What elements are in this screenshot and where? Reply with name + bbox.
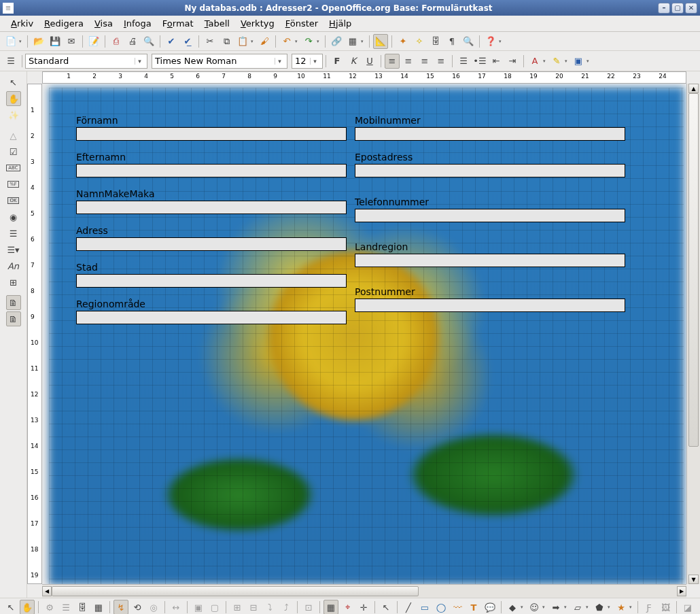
- edit-doc-icon[interactable]: 📝: [86, 34, 101, 49]
- menu-hjalp[interactable]: Hjälp: [323, 17, 357, 30]
- input-efternamn[interactable]: [76, 164, 347, 177]
- label-postnummer[interactable]: Postnummer: [355, 286, 415, 297]
- email-icon[interactable]: ✉: [64, 34, 79, 49]
- alignment-icon[interactable]: ⊡: [301, 600, 316, 614]
- label-control-icon[interactable]: △: [6, 128, 21, 143]
- draw-select-icon[interactable]: ↖: [379, 600, 393, 614]
- gallery-icon[interactable]: ✧: [412, 34, 427, 49]
- menu-fonster[interactable]: Fönster: [280, 17, 323, 30]
- extrusion-icon[interactable]: ◪: [680, 600, 695, 614]
- listbox-control-icon[interactable]: ☰: [6, 226, 21, 241]
- input-adress[interactable]: [76, 237, 347, 251]
- scroll-right-icon[interactable]: ▶: [677, 586, 686, 596]
- menu-tabell[interactable]: Tabell: [199, 17, 235, 30]
- maximize-button[interactable]: ▢: [671, 3, 684, 14]
- label-efternamn[interactable]: Efternamn: [76, 152, 126, 163]
- page[interactable]: FörnamnEfternamnNamnMakeMakaAdressStadRe…: [42, 84, 686, 584]
- select-tool-icon[interactable]: ↖: [3, 600, 18, 614]
- text-draw-icon[interactable]: T: [466, 600, 481, 614]
- label-epostadress[interactable]: Epostadress: [355, 152, 413, 163]
- hyperlink-icon[interactable]: 🔗: [329, 34, 344, 49]
- background-color-icon[interactable]: ▣: [571, 54, 586, 69]
- align-center-icon[interactable]: ≡: [401, 54, 416, 69]
- form-more-icon[interactable]: ⊞: [6, 275, 21, 290]
- callout-shapes-icon[interactable]: ⬟: [592, 600, 607, 614]
- undo-icon[interactable]: ↶: [279, 34, 294, 49]
- form-design-icon[interactable]: 🗎: [6, 295, 21, 310]
- rectangle-draw-icon[interactable]: ▭: [417, 600, 432, 614]
- spellcheck-icon[interactable]: ✔: [164, 34, 179, 49]
- design-mode-icon[interactable]: ✋: [6, 91, 21, 106]
- form-design-toggle-icon[interactable]: 📐: [373, 34, 388, 49]
- help-icon[interactable]: ❓: [483, 34, 498, 49]
- exit-group-icon[interactable]: ⤴: [279, 600, 294, 614]
- zoom-icon[interactable]: 🔍: [461, 34, 476, 49]
- scroll-thumb[interactable]: [52, 586, 419, 596]
- combobox-control-icon[interactable]: ☰▾: [6, 242, 21, 257]
- redo-icon[interactable]: ↷: [301, 34, 316, 49]
- input-telefonnummer[interactable]: [355, 209, 625, 222]
- format-paintbrush-icon[interactable]: 🖌: [257, 34, 272, 49]
- print-icon[interactable]: 🖨: [125, 34, 140, 49]
- control-properties-icon[interactable]: ⚙: [42, 600, 57, 614]
- label-adress[interactable]: Adress: [76, 225, 108, 236]
- styles-window-icon[interactable]: ☰: [3, 54, 18, 69]
- basic-shapes-icon[interactable]: ◆: [505, 600, 520, 614]
- label-telefonnummer[interactable]: Telefonnummer: [355, 197, 429, 207]
- input-namnmakemaka[interactable]: [76, 201, 347, 214]
- formatted-field-icon[interactable]: %F: [6, 177, 21, 192]
- menu-redigera[interactable]: Redigera: [39, 17, 89, 30]
- label-namnmakemaka[interactable]: NamnMakeMaka: [76, 188, 155, 199]
- paste-icon[interactable]: 📋: [235, 34, 250, 49]
- navigator-icon[interactable]: ✦: [396, 34, 410, 49]
- form-navigator-icon[interactable]: 🗎: [6, 311, 21, 326]
- option-button-icon[interactable]: ◉: [6, 209, 21, 224]
- auto-focus-icon[interactable]: ◎: [146, 600, 161, 614]
- snap-grid-icon[interactable]: ⌖: [340, 600, 355, 614]
- paragraph-style-combo[interactable]: Standard ▾: [25, 54, 147, 69]
- freeform-draw-icon[interactable]: 〰: [450, 600, 465, 614]
- align-justify-icon[interactable]: ≡: [434, 54, 449, 69]
- horizontal-ruler[interactable]: 123456789101112131415161718192021222324: [42, 71, 686, 84]
- scroll-thumb[interactable]: [688, 93, 699, 447]
- auto-spellcheck-icon[interactable]: ✔̲: [180, 34, 195, 49]
- data-sources-icon[interactable]: 🗄: [428, 34, 443, 49]
- menu-visa[interactable]: Visa: [89, 17, 118, 30]
- vertical-ruler[interactable]: 12345678910111213141516171819: [27, 84, 42, 584]
- close-button[interactable]: ✕: [685, 3, 697, 14]
- flowchart-shapes-icon[interactable]: ▱: [570, 600, 585, 614]
- open-icon[interactable]: 📂: [31, 34, 46, 49]
- input-stad[interactable]: [76, 274, 347, 288]
- position-size-icon[interactable]: ↔: [169, 600, 183, 614]
- callout-draw-icon[interactable]: 💬: [483, 600, 497, 614]
- form-properties-icon[interactable]: ☰: [58, 600, 73, 614]
- textbox-control-icon[interactable]: ABC: [6, 160, 21, 175]
- control-wizard-icon[interactable]: ✨: [6, 107, 21, 122]
- label-regionområde[interactable]: Regionområde: [76, 299, 145, 309]
- star-shapes-icon[interactable]: ★: [614, 600, 629, 614]
- symbol-shapes-icon[interactable]: ☺: [527, 600, 542, 614]
- send-back-icon[interactable]: ▢: [207, 600, 222, 614]
- increase-indent-icon[interactable]: ⇥: [505, 54, 520, 69]
- minimize-button[interactable]: –: [658, 3, 670, 14]
- add-field-icon[interactable]: ▦: [91, 600, 106, 614]
- block-arrows-icon[interactable]: ➡: [548, 600, 563, 614]
- pushbutton-control-icon[interactable]: OK: [6, 193, 21, 208]
- design-mode-toggle-icon[interactable]: ✋: [20, 600, 35, 614]
- input-mobilnummer[interactable]: [355, 127, 625, 141]
- new-doc-icon[interactable]: 📄: [3, 34, 18, 49]
- more-controls-icon[interactable]: An: [6, 258, 21, 273]
- menu-verktyg[interactable]: Verktyg: [235, 17, 280, 30]
- decrease-indent-icon[interactable]: ⇤: [489, 54, 504, 69]
- fontwork-icon[interactable]: Ƒ: [642, 600, 657, 614]
- menu-arkiv[interactable]: Arkiv: [5, 17, 39, 30]
- form-navigator-btn-icon[interactable]: 🗄: [75, 600, 90, 614]
- display-grid-icon[interactable]: ▦: [323, 600, 338, 614]
- checkbox-control-icon[interactable]: ☑: [6, 144, 21, 159]
- horizontal-scrollbar[interactable]: ◀ ▶: [42, 584, 686, 598]
- enter-group-icon[interactable]: ⤵: [262, 600, 277, 614]
- ellipse-draw-icon[interactable]: ◯: [434, 600, 449, 614]
- bulleted-list-icon[interactable]: •☰: [472, 54, 487, 69]
- line-draw-icon[interactable]: ╱: [401, 600, 416, 614]
- highlight-color-icon[interactable]: ✎: [549, 54, 564, 69]
